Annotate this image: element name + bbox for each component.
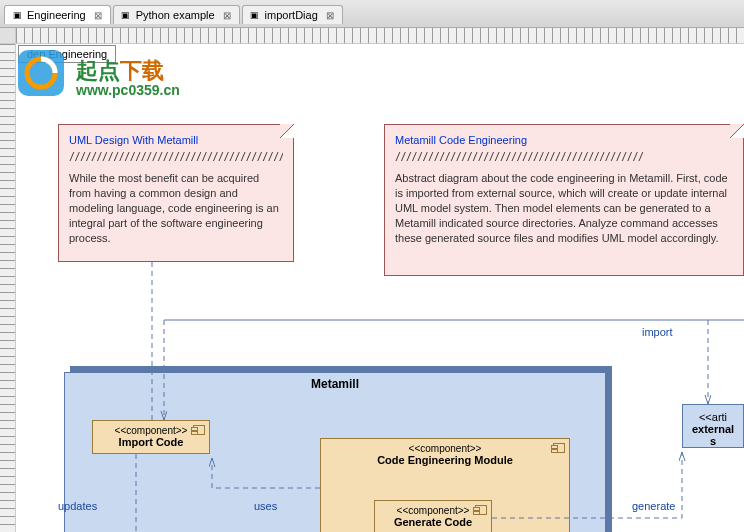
component-icon <box>553 443 565 453</box>
component-icon <box>475 505 487 515</box>
artifact-name: external s <box>689 423 737 447</box>
component-name: Generate Code <box>379 516 487 528</box>
note-separator: ////////////////////////////////////////… <box>395 150 733 164</box>
note-separator: //////////////////////////////////////// <box>69 150 283 164</box>
edge-label-uses: uses <box>254 500 277 512</box>
component-stereotype: <<component>> <box>325 443 565 454</box>
tab-label: importDiag <box>265 9 318 21</box>
component-name: Code Engineering Module <box>325 454 565 466</box>
close-icon[interactable]: ⊠ <box>92 9 104 21</box>
component-generate-code[interactable]: <<component>> Generate Code <box>374 500 492 532</box>
canvas-area: 起点下载 www.pc0359.cn dep Engineering UML D… <box>0 28 744 532</box>
component-icon <box>193 425 205 435</box>
note-title: Metamill Code Engineering <box>395 133 733 148</box>
edge-label-updates: updates <box>58 500 97 512</box>
tab-engineering[interactable]: ▣ Engineering ⊠ <box>4 5 111 24</box>
component-import-code[interactable]: <<component>> Import Code <box>92 420 210 454</box>
ruler-horizontal <box>16 28 744 44</box>
diagram-icon: ▣ <box>249 9 261 21</box>
note-title: UML Design With Metamill <box>69 133 283 148</box>
component-stereotype: <<component>> <box>379 505 487 516</box>
diagram-canvas[interactable]: 起点下载 www.pc0359.cn dep Engineering UML D… <box>16 44 744 532</box>
diagram-icon: ▣ <box>11 9 23 21</box>
tab-importdiag[interactable]: ▣ importDiag ⊠ <box>242 5 343 24</box>
note-body: While the most benefit can be acquired f… <box>69 171 283 245</box>
note-body: Abstract diagram about the code engineer… <box>395 171 733 245</box>
tab-bar: ▣ Engineering ⊠ ▣ Python example ⊠ ▣ imp… <box>0 0 744 28</box>
close-icon[interactable]: ⊠ <box>221 9 233 21</box>
package-title: Metamill <box>65 373 605 395</box>
watermark-url: www.pc0359.cn <box>76 82 180 98</box>
close-icon[interactable]: ⊠ <box>324 9 336 21</box>
ruler-corner <box>0 28 16 44</box>
note-uml-design[interactable]: UML Design With Metamill ///////////////… <box>58 124 294 262</box>
edge-label-generate: generate <box>632 500 675 512</box>
tab-label: Engineering <box>27 9 86 21</box>
edge-label-import: import <box>642 326 673 338</box>
artifact-stereotype: <<arti <box>689 411 737 423</box>
component-stereotype: <<component>> <box>97 425 205 436</box>
note-code-engineering[interactable]: Metamill Code Engineering //////////////… <box>384 124 744 276</box>
artifact-external-source[interactable]: <<arti external s <box>682 404 744 448</box>
tab-python-example[interactable]: ▣ Python example ⊠ <box>113 5 240 24</box>
svg-point-1 <box>27 59 55 87</box>
ruler-vertical <box>0 44 16 532</box>
diagram-icon: ▣ <box>120 9 132 21</box>
component-name: Import Code <box>97 436 205 448</box>
diagram-frame-label: dep Engineering <box>18 45 116 63</box>
tab-label: Python example <box>136 9 215 21</box>
